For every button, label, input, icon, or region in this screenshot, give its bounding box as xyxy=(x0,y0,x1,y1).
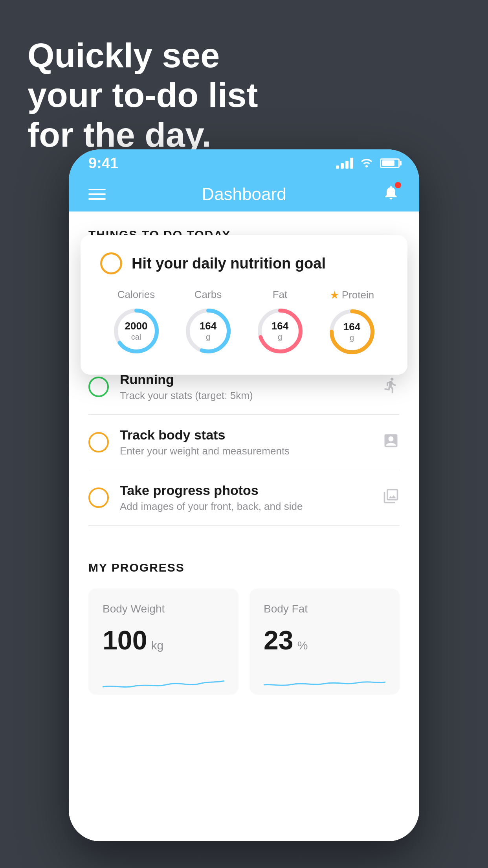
fat-ring: 164 g xyxy=(255,305,306,357)
person-icon xyxy=(382,487,400,508)
photos-check-circle[interactable] xyxy=(88,487,109,508)
signal-icon xyxy=(336,158,353,169)
carbs-ring: 164 g xyxy=(183,305,234,357)
nutrition-carbs: Carbs 164 g xyxy=(183,289,234,357)
nav-bar: Dashboard xyxy=(69,177,419,211)
body-weight-card-title: Body Weight xyxy=(103,603,224,615)
hamburger-menu[interactable] xyxy=(88,189,106,200)
calories-label: Calories xyxy=(117,289,155,301)
body-fat-chart xyxy=(264,667,385,695)
body-fat-unit: % xyxy=(297,639,308,652)
nutrition-card-title: Hit your daily nutrition goal xyxy=(132,255,326,272)
todo-list: Running Track your stats (target: 5km) T… xyxy=(69,359,419,526)
fat-label: Fat xyxy=(273,289,288,301)
carbs-value: 164 g xyxy=(200,320,216,342)
body-weight-value-row: 100 kg xyxy=(103,625,224,655)
running-text: Running Track your stats (target: 5km) xyxy=(120,372,374,402)
battery-icon xyxy=(380,158,400,168)
scale-icon xyxy=(382,432,400,453)
nutrition-fat: Fat 164 g xyxy=(255,289,306,357)
body-fat-value-row: 23 % xyxy=(264,625,385,655)
notification-bell-icon[interactable] xyxy=(382,184,400,205)
phone-content: THINGS TO DO TODAY Hit your daily nutrit… xyxy=(69,211,419,841)
phone-mockup: 9:41 Dashboard xyxy=(69,149,419,841)
body-weight-unit: kg xyxy=(151,639,163,652)
body-fat-card-title: Body Fat xyxy=(264,603,385,615)
headline-line3: for the day. xyxy=(28,115,258,154)
status-icons xyxy=(336,156,400,170)
nutrition-calories: Calories 2000 cal xyxy=(111,289,162,357)
body-fat-number: 23 xyxy=(264,625,294,655)
status-time: 9:41 xyxy=(88,155,118,172)
todo-item-photos[interactable]: Take progress photos Add images of your … xyxy=(88,470,400,526)
card-title-row: Hit your daily nutrition goal xyxy=(100,252,388,274)
my-progress-section: MY PROGRESS Body Weight 100 kg xyxy=(69,541,419,706)
body-stats-text: Track body stats Enter your weight and m… xyxy=(120,427,374,457)
photos-subtitle: Add images of your front, back, and side xyxy=(120,500,374,513)
nutrition-card: Hit your daily nutrition goal Calories 2… xyxy=(81,235,407,375)
headline-line2: your to-do list xyxy=(28,75,258,115)
protein-ring: 164 g xyxy=(327,306,378,357)
page-headline: Quickly see your to-do list for the day. xyxy=(28,35,258,155)
body-stats-title: Track body stats xyxy=(120,427,374,443)
photos-title: Take progress photos xyxy=(120,483,374,498)
nutrition-check-circle[interactable] xyxy=(100,252,122,274)
my-progress-title: MY PROGRESS xyxy=(88,561,400,574)
nav-title: Dashboard xyxy=(202,184,286,204)
running-shoe-icon xyxy=(382,377,400,397)
photos-text: Take progress photos Add images of your … xyxy=(120,483,374,513)
notification-dot xyxy=(395,182,401,188)
body-weight-chart xyxy=(103,667,224,695)
running-subtitle: Track your stats (target: 5km) xyxy=(120,390,374,402)
nutrition-protein: ★ Protein 164 g xyxy=(327,289,378,357)
progress-cards-row: Body Weight 100 kg Body Fat 23 xyxy=(88,588,400,695)
status-bar: 9:41 xyxy=(69,149,419,177)
todo-item-body-stats[interactable]: Track body stats Enter your weight and m… xyxy=(88,415,400,470)
body-fat-card[interactable]: Body Fat 23 % xyxy=(250,588,400,695)
headline-line1: Quickly see xyxy=(28,35,258,75)
nutrition-row: Calories 2000 cal Carbs xyxy=(100,289,388,357)
carbs-label: Carbs xyxy=(194,289,222,301)
calories-ring: 2000 cal xyxy=(111,305,162,357)
body-stats-check-circle[interactable] xyxy=(88,432,109,452)
fat-value: 164 g xyxy=(272,320,288,342)
star-icon: ★ xyxy=(330,289,339,302)
wifi-icon xyxy=(360,156,374,170)
calories-value: 2000 cal xyxy=(125,320,148,342)
body-weight-number: 100 xyxy=(103,625,147,655)
body-weight-card[interactable]: Body Weight 100 kg xyxy=(88,588,238,695)
protein-label: ★ Protein xyxy=(330,289,374,302)
running-check-circle[interactable] xyxy=(88,377,109,397)
body-stats-subtitle: Enter your weight and measurements xyxy=(120,445,374,457)
protein-value: 164 g xyxy=(343,321,360,342)
